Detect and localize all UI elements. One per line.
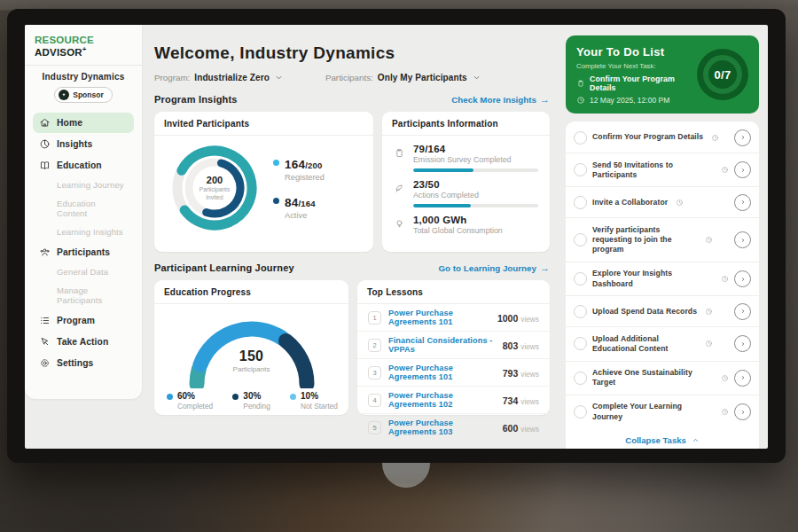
main-content: Welcome, Industry Dynamics Program: Indu… xyxy=(142,25,560,449)
task-checkbox[interactable] xyxy=(574,131,587,145)
book-icon xyxy=(39,160,51,171)
info-row-survey: 79/164 Emission Survey Completed xyxy=(394,144,538,172)
task-open-button[interactable] xyxy=(734,129,751,146)
legend-pct: 30% xyxy=(243,391,270,401)
gauge-label: Participants xyxy=(168,365,336,373)
legend-dot xyxy=(290,394,296,400)
card-title: Education Progress xyxy=(154,280,348,304)
card-title: Participants Information xyxy=(382,112,550,136)
lesson-row[interactable]: 4 Power Purchase Agreements 102 734views xyxy=(357,387,550,414)
task-label: Send 50 Invitations to Participants xyxy=(592,160,713,180)
legend-total: /164 xyxy=(298,199,315,208)
go-to-learning-journey-link[interactable]: Go to Learning Journey xyxy=(439,262,551,273)
legend-not-started: 10% Not Started xyxy=(290,391,338,411)
task-row[interactable]: Invite a Collaborator xyxy=(566,187,759,218)
task-open-button[interactable] xyxy=(734,270,751,287)
logo-primary: RESOURCE xyxy=(35,35,94,45)
todo-column: Your To Do List Complete Your Next Task:… xyxy=(560,25,768,449)
sidebar-item-manage-participants[interactable]: Manage Participants xyxy=(33,282,134,309)
card-title: Invited Participants xyxy=(154,112,373,136)
check-more-insights-link[interactable]: Check More Insights xyxy=(451,94,550,105)
task-open-button[interactable] xyxy=(734,194,751,211)
sidebar-item-general-data[interactable]: General Data xyxy=(33,263,134,281)
progress-bar xyxy=(413,168,538,172)
sidebar-item-take-action[interactable]: Take Action xyxy=(33,332,134,352)
chevron-down-icon xyxy=(275,74,283,82)
take-action-icon xyxy=(39,336,51,348)
task-row[interactable]: Confirm Your Program Details xyxy=(566,122,759,153)
task-row[interactable]: Verify participants requesting to join t… xyxy=(566,218,759,262)
donut-chart: 200 Participants Invited xyxy=(168,142,261,234)
task-open-button[interactable] xyxy=(734,370,751,387)
sponsor-label: Sponsor xyxy=(73,90,103,99)
legend-label: Pending xyxy=(243,402,270,411)
lesson-row[interactable]: 1 Power Purchase Agreements 101 1000view… xyxy=(357,304,550,332)
photo-background: RESOURCE ADVISOR+ Industry Dynamics Spon… xyxy=(0,0,798,532)
task-open-button[interactable] xyxy=(734,231,751,248)
todo-next-task: Confirm Your Program Details xyxy=(576,74,692,92)
sidebar-item-learning-journey[interactable]: Learning Journey xyxy=(33,176,134,194)
task-checkbox[interactable] xyxy=(574,163,587,176)
legend-dot xyxy=(167,394,173,400)
task-row[interactable]: Achieve One Sustainability Target xyxy=(566,362,759,395)
views-label: views xyxy=(520,342,539,351)
legend-total: /200 xyxy=(305,160,322,170)
sidebar-item-education-content[interactable]: Education Content xyxy=(33,195,134,223)
progress-bar xyxy=(413,204,538,207)
sidebar-item-label: Education xyxy=(57,160,102,170)
progress-fill xyxy=(413,204,471,207)
lesson-row[interactable]: 2 Financial Considerations - VPPAs 803vi… xyxy=(357,332,550,359)
task-open-button[interactable] xyxy=(734,403,751,420)
sidebar-item-learning-insights[interactable]: Learning Insights xyxy=(33,223,134,241)
sidebar-item-participants[interactable]: Participants xyxy=(33,242,134,262)
task-checkbox[interactable] xyxy=(574,272,587,286)
task-checkbox[interactable] xyxy=(574,405,587,419)
program-dropdown[interactable]: Program: Industrialize Zero xyxy=(154,73,283,82)
task-open-button[interactable] xyxy=(734,335,751,352)
lesson-row[interactable]: 5 Power Purchase Agreements 103 600views xyxy=(357,414,550,441)
tasks-panel: Confirm Your Program Details Send 50 Inv… xyxy=(566,121,759,449)
task-checkbox[interactable] xyxy=(574,337,587,350)
sidebar-item-program[interactable]: Program xyxy=(33,310,134,331)
invited-total-label: Participants Invited xyxy=(192,186,238,201)
lesson-link[interactable]: Power Purchase Agreements 102 xyxy=(388,391,496,409)
lesson-link[interactable]: Financial Considerations - VPPAs xyxy=(388,336,496,354)
program-insights-header: Program Insights Check More Insights xyxy=(154,94,550,105)
info-label: Total Global Consumption xyxy=(413,226,538,235)
sidebar-item-label: Program xyxy=(57,316,95,325)
gauge-value: 150 xyxy=(168,348,336,364)
app-logo: RESOURCE ADVISOR+ xyxy=(33,33,134,58)
sidebar: RESOURCE ADVISOR+ Industry Dynamics Spon… xyxy=(25,25,142,449)
task-open-button[interactable] xyxy=(734,161,751,178)
sidebar-item-insights[interactable]: Insights xyxy=(33,134,134,154)
task-row[interactable]: Explore Your Insights Dashboard xyxy=(566,262,759,296)
task-checkbox[interactable] xyxy=(574,196,587,209)
people-icon xyxy=(39,246,51,258)
collapse-tasks-link[interactable]: Collapse Tasks xyxy=(566,428,759,449)
info-row-actions: 23/50 Actions Completed xyxy=(394,179,538,207)
task-row[interactable]: Upload Spend Data Records xyxy=(566,296,759,327)
clipboard-icon xyxy=(576,79,585,88)
lesson-rank: 1 xyxy=(368,311,381,325)
task-row[interactable]: Upload Additional Educational Content xyxy=(566,327,759,361)
task-row[interactable]: Complete Your Learning Journey xyxy=(566,395,759,428)
lesson-link[interactable]: Power Purchase Agreements 103 xyxy=(388,419,496,436)
lesson-link[interactable]: Power Purchase Agreements 101 xyxy=(388,309,490,326)
task-checkbox[interactable] xyxy=(574,372,587,385)
chevron-down-icon xyxy=(473,74,481,82)
info-row-consumption: 1,000 GWh Total Global Consumption xyxy=(394,215,538,239)
sidebar-item-settings[interactable]: Settings xyxy=(33,353,134,373)
task-row[interactable]: Send 50 Invitations to Participants xyxy=(566,153,759,187)
lesson-row[interactable]: 3 Power Purchase Agreements 101 793views xyxy=(357,359,550,387)
task-open-button[interactable] xyxy=(734,303,751,320)
sidebar-item-education[interactable]: Education xyxy=(33,155,134,176)
lesson-rank: 3 xyxy=(368,366,381,379)
task-checkbox[interactable] xyxy=(574,233,587,246)
participants-dropdown[interactable]: Participants: Only My Participants xyxy=(325,73,481,82)
legend-label: Completed xyxy=(177,402,213,411)
task-checkbox[interactable] xyxy=(574,305,587,318)
sidebar-item-home[interactable]: Home xyxy=(33,113,134,133)
program-value: Industrialize Zero xyxy=(194,73,270,82)
lesson-link[interactable]: Power Purchase Agreements 101 xyxy=(388,364,496,381)
clock-icon xyxy=(711,134,719,142)
